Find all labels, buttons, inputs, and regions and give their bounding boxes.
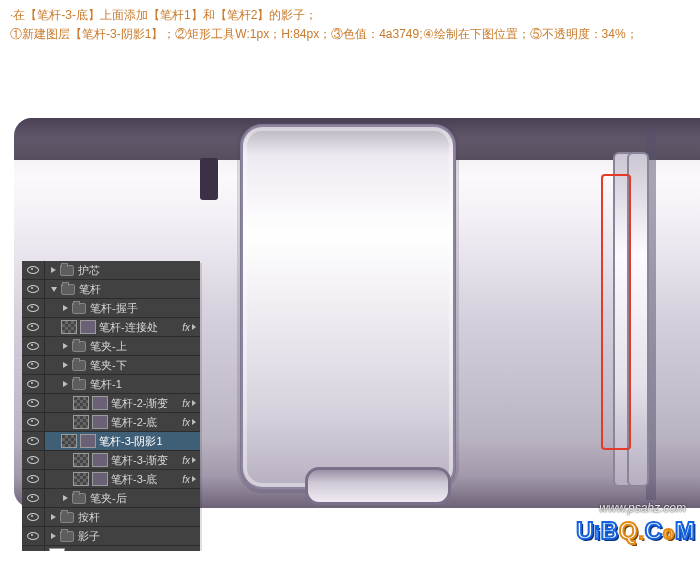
layer-row[interactable]: 笔夹-上 xyxy=(22,337,200,356)
pen-plate-group xyxy=(613,152,635,487)
arrow-closed-icon[interactable] xyxy=(63,362,68,368)
artwork-canvas: 护芯笔杆笔杆-握手笔杆-连接处fx笔夹-上笔夹-下笔杆-1笔杆-2-渐变fx笔杆… xyxy=(0,46,700,551)
fx-expand-icon[interactable] xyxy=(192,457,196,463)
folder-icon xyxy=(60,531,74,542)
visibility-toggle[interactable] xyxy=(22,546,45,551)
layer-thumb-icon xyxy=(49,548,65,551)
layers-panel[interactable]: 护芯笔杆笔杆-握手笔杆-连接处fx笔夹-上笔夹-下笔杆-1笔杆-2-渐变fx笔杆… xyxy=(22,261,200,551)
eye-icon xyxy=(27,418,39,426)
watermark-text: UiBQ.CoM xyxy=(576,517,696,544)
fx-badge[interactable]: fx xyxy=(182,474,190,485)
layer-row[interactable]: 笔夹-下 xyxy=(22,356,200,375)
visibility-toggle[interactable] xyxy=(22,261,45,279)
fx-expand-icon[interactable] xyxy=(192,400,196,406)
folder-icon xyxy=(60,512,74,523)
visibility-toggle[interactable] xyxy=(22,280,45,298)
layer-name[interactable]: 笔夹-上 xyxy=(90,337,200,355)
fx-badge[interactable]: fx xyxy=(182,455,190,466)
layer-row[interactable]: 笔杆-1 xyxy=(22,375,200,394)
fx-expand-icon[interactable] xyxy=(192,324,196,330)
visibility-toggle[interactable] xyxy=(22,394,45,412)
mask-thumb-icon xyxy=(61,434,77,448)
pen-cutout xyxy=(305,467,451,505)
mask-thumb-icon xyxy=(73,472,89,486)
arrow-closed-icon[interactable] xyxy=(51,267,56,273)
layer-row[interactable]: 笔杆-3-阴影1 xyxy=(22,432,200,451)
layer-name[interactable]: 笔杆-3-底 xyxy=(111,470,182,488)
layer-name[interactable]: 笔夹-下 xyxy=(90,356,200,374)
visibility-toggle[interactable] xyxy=(22,318,45,336)
layer-name[interactable]: 笔杆-2-渐变 xyxy=(111,394,182,412)
eye-icon xyxy=(27,266,39,274)
layer-row[interactable]: 笔杆-握手 xyxy=(22,299,200,318)
eye-icon xyxy=(27,342,39,350)
visibility-toggle[interactable] xyxy=(22,375,45,393)
pen-groove xyxy=(200,158,218,200)
layer-row[interactable]: 护芯 xyxy=(22,261,200,280)
visibility-toggle[interactable] xyxy=(22,299,45,317)
layer-row[interactable]: 笔杆-3-底fx xyxy=(22,470,200,489)
arrow-closed-icon[interactable] xyxy=(51,533,56,539)
layer-name[interactable]: 笔杆-3-阴影1 xyxy=(99,432,200,450)
layer-row[interactable]: 笔杆-2-渐变fx xyxy=(22,394,200,413)
arrow-closed-icon[interactable] xyxy=(51,514,56,520)
eye-icon xyxy=(27,494,39,502)
visibility-toggle[interactable] xyxy=(22,508,45,526)
shape-thumb-icon xyxy=(80,434,96,448)
fx-expand-icon[interactable] xyxy=(192,419,196,425)
visibility-toggle[interactable] xyxy=(22,451,45,469)
fx-expand-icon[interactable] xyxy=(192,476,196,482)
visibility-toggle[interactable] xyxy=(22,356,45,374)
layer-name[interactable]: 护芯 xyxy=(78,261,200,279)
layer-name[interactable]: bg xyxy=(68,546,200,551)
eye-icon xyxy=(27,437,39,445)
shape-thumb-icon xyxy=(92,472,108,486)
visibility-toggle[interactable] xyxy=(22,489,45,507)
sub-watermark: www.psahz.com xyxy=(599,501,686,515)
eye-icon xyxy=(27,285,39,293)
watermark: UiBQ.CoM xyxy=(576,517,696,545)
visibility-toggle[interactable] xyxy=(22,413,45,431)
layer-name[interactable]: 笔杆 xyxy=(79,280,200,298)
visibility-toggle[interactable] xyxy=(22,432,45,450)
visibility-toggle[interactable] xyxy=(22,527,45,545)
layer-name[interactable]: 笔杆-3-渐变 xyxy=(111,451,182,469)
shape-thumb-icon xyxy=(92,453,108,467)
layer-row[interactable]: 影子 xyxy=(22,527,200,546)
eye-icon xyxy=(27,532,39,540)
eye-icon xyxy=(27,399,39,407)
fx-badge[interactable]: fx xyxy=(182,398,190,409)
layer-row[interactable]: 笔杆-连接处fx xyxy=(22,318,200,337)
fx-badge[interactable]: fx xyxy=(182,322,190,333)
eye-icon xyxy=(27,361,39,369)
layer-name[interactable]: 笔夹-后 xyxy=(90,489,200,507)
layer-row[interactable]: bg xyxy=(22,546,200,551)
layer-row[interactable]: 笔杆-2-底fx xyxy=(22,413,200,432)
shape-thumb-icon xyxy=(92,396,108,410)
layer-row[interactable]: 笔杆 xyxy=(22,280,200,299)
layer-name[interactable]: 按杆 xyxy=(78,508,200,526)
arrow-open-icon[interactable] xyxy=(51,287,57,292)
arrow-closed-icon[interactable] xyxy=(63,495,68,501)
layer-row[interactable]: 笔夹-后 xyxy=(22,489,200,508)
layer-row[interactable]: 按杆 xyxy=(22,508,200,527)
layer-name[interactable]: 笔杆-连接处 xyxy=(99,318,182,336)
visibility-toggle[interactable] xyxy=(22,470,45,488)
arrow-closed-icon[interactable] xyxy=(63,305,68,311)
eye-icon xyxy=(27,513,39,521)
arrow-closed-icon[interactable] xyxy=(63,343,68,349)
visibility-toggle[interactable] xyxy=(22,337,45,355)
pen-grip-block xyxy=(240,124,456,490)
instruction-line-1: ·在【笔杆-3-底】上面添加【笔杆1】和【笔杆2】的影子； xyxy=(10,6,690,25)
layer-name[interactable]: 影子 xyxy=(78,527,200,545)
folder-icon xyxy=(72,493,86,504)
eye-icon xyxy=(27,323,39,331)
layer-name[interactable]: 笔杆-1 xyxy=(90,375,200,393)
layer-row[interactable]: 笔杆-3-渐变fx xyxy=(22,451,200,470)
layer-name[interactable]: 笔杆-2-底 xyxy=(111,413,182,431)
folder-icon xyxy=(61,284,75,295)
folder-icon xyxy=(60,265,74,276)
arrow-closed-icon[interactable] xyxy=(63,381,68,387)
layer-name[interactable]: 笔杆-握手 xyxy=(90,299,200,317)
fx-badge[interactable]: fx xyxy=(182,417,190,428)
